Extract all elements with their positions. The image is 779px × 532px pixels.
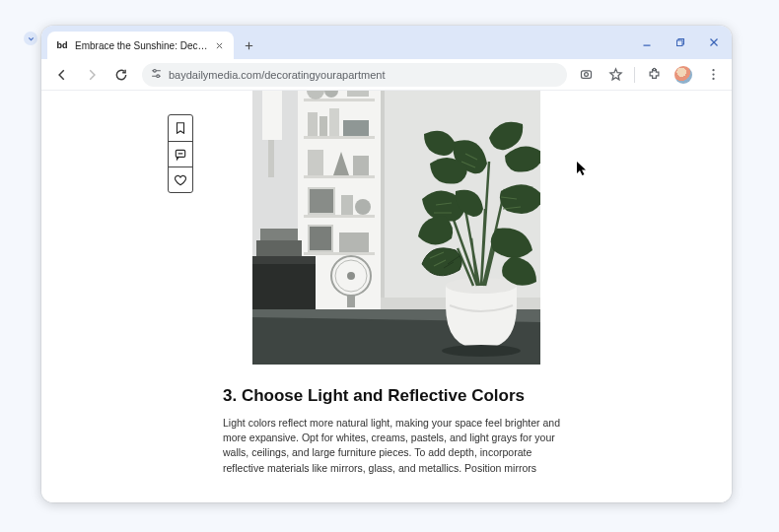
svg-rect-28 [304, 136, 375, 139]
comment-icon[interactable] [169, 141, 192, 166]
svg-rect-43 [341, 195, 353, 215]
svg-rect-57 [347, 296, 355, 307]
svg-point-19 [712, 78, 714, 80]
svg-rect-59 [381, 91, 385, 309]
address-bar: baydailymedia.com/decoratingyourapartmen… [41, 59, 732, 91]
svg-point-17 [712, 69, 714, 71]
svg-rect-42 [310, 189, 333, 213]
svg-rect-46 [310, 227, 331, 250]
svg-marker-15 [609, 69, 620, 80]
tab-favicon: bd [55, 38, 69, 52]
toolbar-divider [634, 67, 635, 83]
article-body: Light colors reflect more natural light,… [223, 416, 570, 476]
svg-rect-40 [353, 156, 369, 175]
site-settings-icon[interactable] [150, 66, 163, 84]
svg-rect-53 [260, 229, 298, 240]
mouse-cursor-icon [577, 162, 588, 179]
menu-icon[interactable] [702, 64, 724, 86]
tab-active[interactable]: bd Embrace the Sunshine: Dec… [47, 32, 234, 59]
url-text: baydailymedia.com/decoratingyourapartmen… [169, 69, 386, 81]
svg-point-14 [584, 73, 588, 77]
tab-title: Embrace the Sunshine: Dec… [75, 40, 208, 51]
url-field[interactable]: baydailymedia.com/decoratingyourapartmen… [142, 63, 567, 87]
svg-rect-37 [329, 108, 339, 136]
svg-rect-39 [308, 150, 323, 175]
svg-rect-29 [304, 175, 375, 178]
article-section: 3. Choose Light and Reflective Colors Li… [223, 386, 570, 476]
toolbar-right [575, 64, 724, 86]
svg-rect-31 [304, 252, 375, 255]
svg-point-16 [653, 68, 656, 71]
close-tab-icon[interactable] [214, 39, 226, 51]
svg-rect-35 [308, 112, 318, 136]
page-content: 3. Choose Light and Reflective Colors Li… [41, 91, 732, 502]
close-window-button[interactable] [702, 32, 726, 53]
minimize-button[interactable] [635, 32, 659, 53]
svg-rect-51 [252, 264, 316, 309]
back-button[interactable] [49, 62, 75, 88]
new-tab-button[interactable] [240, 35, 259, 55]
svg-rect-38 [343, 120, 369, 136]
svg-point-11 [154, 69, 157, 72]
svg-rect-47 [339, 233, 369, 252]
search-dropdown-toggle[interactable] [24, 32, 37, 45]
svg-rect-34 [347, 91, 369, 97]
svg-point-56 [347, 272, 355, 280]
svg-rect-6 [677, 40, 683, 46]
lens-icon[interactable] [575, 64, 597, 86]
extensions-icon[interactable] [643, 64, 665, 86]
svg-rect-49 [268, 140, 274, 177]
browser-window: bd Embrace the Sunshine: Dec… [41, 26, 732, 502]
forward-button[interactable] [79, 62, 105, 88]
profile-avatar[interactable] [673, 64, 694, 86]
svg-rect-36 [319, 116, 327, 136]
svg-rect-52 [256, 240, 302, 256]
svg-rect-30 [304, 215, 375, 218]
bookmark-icon[interactable] [169, 115, 192, 141]
svg-point-44 [355, 199, 371, 215]
maximize-button[interactable] [669, 32, 692, 53]
article-heading: 3. Choose Light and Reflective Colors [223, 386, 570, 406]
svg-point-12 [157, 74, 160, 77]
window-controls [635, 32, 726, 53]
bookmark-star-icon[interactable] [604, 64, 626, 86]
svg-point-18 [712, 73, 714, 75]
reload-button[interactable] [108, 62, 134, 88]
heart-icon[interactable] [169, 166, 192, 192]
svg-rect-48 [262, 91, 282, 140]
svg-rect-13 [581, 71, 591, 79]
tab-strip: bd Embrace the Sunshine: Dec… [41, 26, 732, 59]
article-hero-image [252, 91, 540, 365]
article-action-rail [168, 114, 193, 193]
svg-rect-50 [252, 256, 316, 264]
svg-point-62 [442, 345, 521, 357]
